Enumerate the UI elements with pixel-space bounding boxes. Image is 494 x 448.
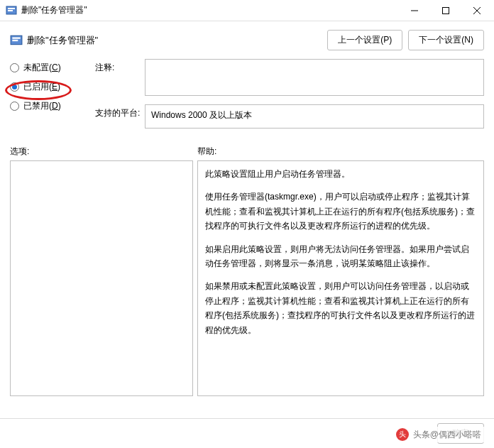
content-area: 未配置(C) 已启用(E) 已禁用(D) 注释: 支持的平台: Windows … [0,55,494,137]
help-paragraph: 使用任务管理器(taskmgr.exe)，用户可以启动或停止程序；监视其计算机性… [205,190,476,233]
previous-setting-button[interactable]: 上一个设置(P) [327,30,402,50]
minimize-button[interactable] [403,2,426,19]
maximize-button[interactable] [434,2,457,19]
options-label: 选项: [10,146,197,158]
nav-buttons: 上一个设置(P) 下一个设置(N) [327,30,484,50]
watermark-text: 头条@偶西小嗒嗒 [413,429,481,441]
gpedit-icon [6,5,17,16]
radio-not-configured[interactable]: 未配置(C) [10,62,81,74]
window-title: 删除"任务管理器" [21,4,403,16]
comment-label: 注释: [95,59,145,96]
options-panel[interactable] [10,160,193,396]
svg-rect-1 [8,8,15,9]
svg-rect-2 [8,10,13,11]
platform-label: 支持的平台: [95,104,145,129]
radio-enabled[interactable]: 已启用(E) [10,81,81,93]
radio-label: 已禁用(D) [23,100,61,112]
panels: 此策略设置阻止用户启动任务管理器。 使用任务管理器(taskmgr.exe)，用… [0,160,494,396]
help-paragraph: 此策略设置阻止用户启动任务管理器。 [205,167,476,181]
comment-input[interactable] [145,59,484,96]
radio-label: 已启用(E) [23,81,60,93]
policy-title: 删除"任务管理器" [27,34,327,47]
radio-icon [10,102,19,111]
svg-rect-9 [12,39,18,40]
window-controls [403,2,488,19]
radio-icon [10,82,19,92]
gpedit-icon [10,34,23,47]
help-panel[interactable]: 此策略设置阻止用户启动任务管理器。 使用任务管理器(taskmgr.exe)，用… [197,160,484,396]
close-button[interactable] [466,2,488,19]
header-row: 删除"任务管理器" 上一个设置(P) 下一个设置(N) [0,21,494,55]
toutiao-logo-icon: 头 [396,428,409,441]
footer: 确定 头 头条@偶西小嗒嗒 [0,418,494,448]
radio-icon [10,63,19,72]
next-setting-button[interactable]: 下一个设置(N) [408,30,484,50]
radio-disabled[interactable]: 已禁用(D) [10,100,81,112]
supported-platform-box[interactable]: Windows 2000 及以上版本 [145,104,484,129]
watermark: 头 头条@偶西小嗒嗒 [393,427,484,442]
help-label: 帮助: [197,146,216,158]
svg-rect-8 [12,37,20,38]
help-paragraph: 如果启用此策略设置，则用户将无法访问任务管理器。如果用户尝试启动任务管理器，则将… [205,242,476,271]
section-labels: 选项: 帮助: [0,137,494,160]
help-paragraph: 如果禁用或未配置此策略设置，则用户可以访问任务管理器，以启动或停止程序；监视其计… [205,279,476,337]
titlebar: 删除"任务管理器" [0,0,494,21]
svg-rect-4 [443,7,449,13]
radio-label: 未配置(C) [23,62,61,74]
platform-text: Windows 2000 及以上版本 [151,110,252,120]
radio-group: 未配置(C) 已启用(E) 已禁用(D) [10,59,81,137]
